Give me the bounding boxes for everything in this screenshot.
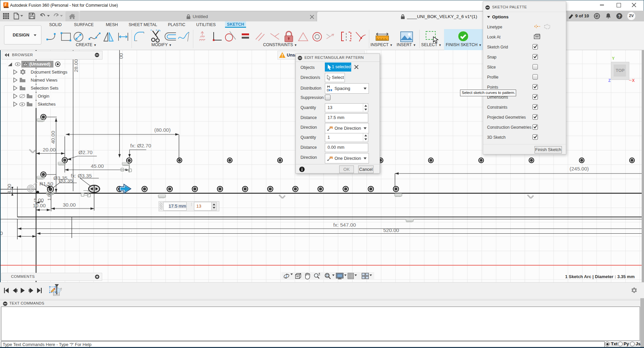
svg-text:10.00: 10.00	[33, 203, 46, 208]
svg-text:fx: Ø2.70: fx: Ø2.70	[130, 143, 151, 148]
svg-text:Z: Z	[608, 78, 611, 83]
svg-text:(245.00): (245.00)	[570, 166, 589, 171]
svg-text:X: X	[632, 78, 635, 83]
svg-text:Ø3.35: Ø3.35	[53, 175, 67, 181]
svg-text:40.00: 40.00	[50, 131, 56, 144]
svg-text:Ø2.70: Ø2.70	[78, 149, 93, 155]
svg-text:fx: Ø3.35: fx: Ø3.35	[71, 173, 92, 179]
svg-text:?: ?	[618, 14, 620, 19]
svg-text:R1.50: R1.50	[39, 181, 53, 187]
svg-text:30.00: 30.00	[63, 202, 76, 208]
svg-text:fx: 547.00: fx: 547.00	[333, 222, 356, 228]
svg-text:45.00: 45.00	[91, 163, 104, 169]
svg-text:3.00: 3.00	[6, 184, 12, 194]
svg-text:00: 00	[118, 53, 124, 59]
svg-text:28.00: 28.00	[73, 59, 79, 72]
svg-text:520.00: 520.00	[383, 227, 399, 233]
svg-text:(80.00): (80.00)	[154, 127, 171, 133]
svg-text:20.00: 20.00	[43, 147, 56, 152]
svg-text:1.60: 1.60	[47, 192, 52, 201]
svg-text:5.00: 5.00	[34, 197, 44, 203]
